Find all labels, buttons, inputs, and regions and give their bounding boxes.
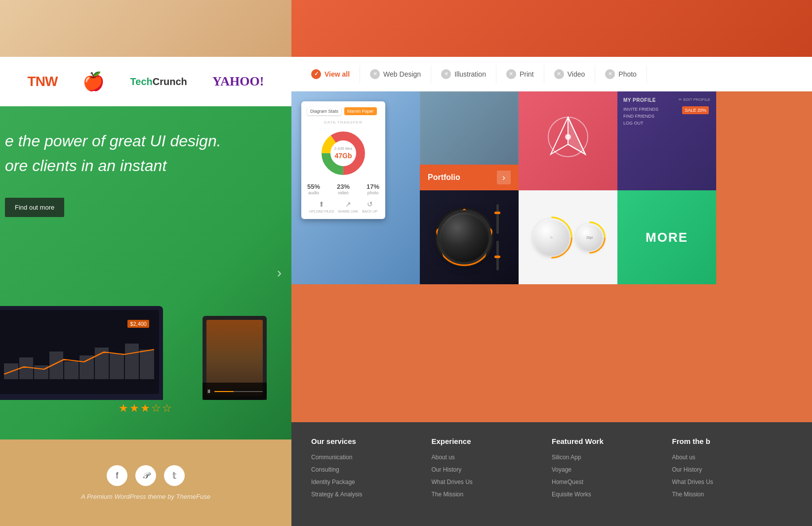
services-link-identity[interactable]: Identity Package bbox=[311, 479, 355, 485]
filter-label-illustration: Illustration bbox=[454, 70, 486, 78]
donut-files: 2,435 files bbox=[334, 146, 352, 151]
logo-techcrunch: TechCrunch bbox=[130, 76, 187, 88]
twitter-icon[interactable]: 𝕥 bbox=[164, 465, 185, 486]
log-out-link[interactable]: LOG OUT bbox=[623, 121, 710, 126]
share-link-button[interactable]: ↗ SHARE LINK bbox=[338, 200, 359, 213]
upload-icon: ⬆ bbox=[319, 200, 325, 208]
list-item: Consulting bbox=[311, 465, 432, 474]
facebook-icon[interactable]: f bbox=[107, 465, 127, 486]
logos-bar: TNW 🍎 TechCrunch YAHOO! bbox=[0, 57, 291, 106]
blog-link-mission[interactable]: The Mission bbox=[672, 491, 704, 498]
filter-bar: ✓ View all ✕ Web Design ✕ Illustration ✕… bbox=[291, 57, 812, 91]
backup-button[interactable]: ↺ BACK UP bbox=[362, 200, 377, 213]
star-rating: ★★★☆☆ bbox=[119, 402, 173, 415]
diagram-tab-marvin[interactable]: Marvin Paper bbox=[344, 107, 377, 115]
footer-featured-list: Silicon App Voyage HomeQuest Equisite Wo… bbox=[552, 452, 672, 498]
footer-blog-list: About us Our History What Drives Us The … bbox=[672, 452, 793, 498]
sale-badge: SALE 20% bbox=[682, 106, 709, 114]
logo-apple: 🍎 bbox=[82, 71, 105, 92]
list-item: Identity Package bbox=[311, 477, 432, 486]
photo-check-icon: ✕ bbox=[605, 69, 615, 79]
footer-col-featured: Featured Work Silicon App Voyage HomeQue… bbox=[552, 437, 672, 511]
top-strip bbox=[0, 0, 291, 57]
filter-label-photo: Photo bbox=[618, 70, 637, 78]
stats-row: 55% audio 23% video 17% photo bbox=[307, 183, 379, 195]
social-icons: f 𝒫 𝕥 bbox=[107, 465, 185, 486]
portfolio-arrow-icon[interactable]: › bbox=[497, 171, 511, 184]
grid-item-map bbox=[519, 91, 617, 190]
device-tablet: ⏸ bbox=[203, 316, 267, 400]
blog-link-aboutus[interactable]: About us bbox=[672, 454, 695, 461]
exp-link-mission[interactable]: The Mission bbox=[432, 491, 464, 498]
services-link-strategy[interactable]: Strategy & Analysis bbox=[311, 491, 362, 498]
edit-profile-button[interactable]: ✏ EDIT PROFILE bbox=[679, 97, 710, 103]
filter-label-webdesign: Web Design bbox=[383, 70, 421, 78]
filter-tab-illustration[interactable]: ✕ Illustration bbox=[431, 65, 496, 83]
portfolio-label-text: Portfolio bbox=[428, 173, 460, 182]
filter-tab-webdesign[interactable]: ✕ Web Design bbox=[360, 65, 431, 83]
audio-knob[interactable] bbox=[440, 213, 489, 262]
list-item: The Mission bbox=[432, 489, 552, 498]
logo-tnw: TNW bbox=[28, 74, 58, 89]
profile-title: MY PROFILE bbox=[623, 97, 656, 103]
blog-link-whatdrives[interactable]: What Drives Us bbox=[672, 479, 713, 485]
knob-ring bbox=[436, 209, 493, 266]
list-item: Our History bbox=[672, 465, 793, 474]
find-friends-link[interactable]: FIND FRIENDS bbox=[623, 114, 710, 119]
exp-link-history[interactable]: Our History bbox=[432, 466, 462, 473]
list-item: Voyage bbox=[552, 465, 672, 474]
filter-label-print: Print bbox=[520, 70, 534, 78]
music-player: ⏸ bbox=[206, 383, 263, 396]
list-item: Silicon App bbox=[552, 452, 672, 461]
footer-services-list: Communication Consulting Identity Packag… bbox=[311, 452, 432, 498]
slider-1[interactable] bbox=[496, 204, 499, 234]
services-link-communication[interactable]: Communication bbox=[311, 454, 352, 461]
hero-next-arrow[interactable]: › bbox=[277, 265, 282, 281]
exp-link-whatdrives[interactable]: What Drives Us bbox=[432, 479, 473, 485]
services-link-consulting[interactable]: Consulting bbox=[311, 466, 339, 473]
feat-link-voyage[interactable]: Voyage bbox=[552, 466, 571, 473]
donut-size: 47Gb bbox=[334, 152, 352, 160]
list-item: What Drives Us bbox=[672, 477, 793, 486]
filter-tab-photo[interactable]: ✕ Photo bbox=[595, 65, 647, 83]
backup-icon: ↺ bbox=[367, 200, 373, 208]
diagram-title: DATA TRANSFER bbox=[307, 120, 379, 125]
logo-yahoo: YAHOO! bbox=[212, 74, 264, 89]
filter-tab-viewall[interactable]: ✓ View all bbox=[301, 65, 360, 83]
diagram-tab-stats[interactable]: Diagram Stats bbox=[307, 107, 341, 115]
play-button[interactable]: ⏸ bbox=[206, 389, 211, 394]
stat-audio: 55% audio bbox=[307, 183, 320, 195]
left-panel: TNW 🍎 TechCrunch YAHOO! e the power of g… bbox=[0, 0, 291, 526]
footer-services-heading: Our services bbox=[311, 437, 432, 445]
grid-item-knob bbox=[420, 190, 519, 284]
right-top-bar bbox=[291, 0, 812, 57]
dial-2[interactable]: 28pt bbox=[576, 224, 603, 251]
slider-2[interactable] bbox=[496, 241, 499, 270]
slider-1-thumb bbox=[494, 212, 500, 214]
footer-featured-heading: Featured Work bbox=[552, 437, 672, 445]
pinterest-icon[interactable]: 𝒫 bbox=[135, 465, 156, 486]
list-item: Our History bbox=[432, 465, 552, 474]
price-tag: $2,400 bbox=[127, 320, 149, 328]
feat-link-homequest[interactable]: HomeQuest bbox=[552, 479, 583, 485]
left-footer: f 𝒫 𝕥 A Premium WordPress theme by Theme… bbox=[0, 439, 291, 526]
upload-files-button[interactable]: ⬆ UPLOAD FILES bbox=[309, 200, 334, 213]
video-check-icon: ✕ bbox=[554, 69, 564, 79]
feat-link-equisite[interactable]: Equisite Works bbox=[552, 491, 591, 498]
dial-2-ring bbox=[567, 215, 612, 260]
exp-link-aboutus[interactable]: About us bbox=[432, 454, 455, 461]
grid-item-dials: ○ 28pt bbox=[519, 190, 617, 284]
filter-tab-video[interactable]: ✕ Video bbox=[544, 65, 596, 83]
illustration-check-icon: ✕ bbox=[441, 69, 451, 79]
find-out-more-button[interactable]: Find out more bbox=[5, 198, 64, 217]
footer-col-experience: Experience About us Our History What Dri… bbox=[432, 437, 552, 511]
footer-col-blog: From the b About us Our History What Dri… bbox=[672, 437, 793, 511]
action-row: ⬆ UPLOAD FILES ↗ SHARE LINK ↺ BACK UP bbox=[307, 200, 379, 213]
filter-tab-print[interactable]: ✕ Print bbox=[496, 65, 544, 83]
list-item: Equisite Works bbox=[552, 489, 672, 498]
feat-link-silicon[interactable]: Silicon App bbox=[552, 454, 581, 461]
grid-item-more[interactable]: MORE bbox=[617, 190, 716, 284]
share-icon: ↗ bbox=[345, 200, 351, 208]
blog-link-history[interactable]: Our History bbox=[672, 466, 702, 473]
dial-1[interactable]: ○ bbox=[533, 219, 570, 256]
